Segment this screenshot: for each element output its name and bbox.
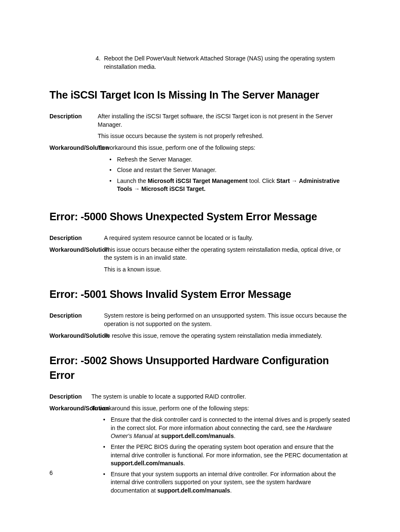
section-iscsi-icon: The iSCSI Target Icon Is Missing In The …	[49, 88, 351, 196]
description-value: A required system resource cannot be loc…	[104, 234, 351, 243]
text-bold: support.dell.com/manuals	[161, 433, 234, 439]
section-error-5000: Error: -5000 Shows Unexpected System Err…	[49, 209, 351, 274]
bullet-item: Close and restart the Server Manager.	[109, 166, 351, 175]
work-intro: To workaround this issue, perform one of…	[98, 144, 351, 152]
label-description: Description	[49, 112, 98, 121]
arrow-icon: →	[132, 185, 141, 192]
workaround-value: This issue occurs because either the ope…	[104, 246, 351, 274]
work-p1: This issue occurs because either the ope…	[104, 246, 351, 262]
workaround-value: To workaround this issue, perform one of…	[98, 144, 351, 196]
desc-p1: After installing the iSCSI Target softwa…	[98, 112, 351, 129]
heading: The iSCSI Target Icon Is Missing In The …	[49, 88, 351, 102]
heading: Error: -5000 Shows Unexpected System Err…	[49, 209, 351, 224]
text-part: Launch the	[117, 177, 148, 184]
bullet-item: Enter the PERC BIOS during the operating…	[103, 443, 351, 468]
text-part: .	[230, 487, 232, 494]
bullet-item: Launch the Microsoft iSCSI Target Manage…	[109, 177, 351, 193]
label-workaround: Workaround/Solution	[49, 404, 91, 413]
bullet-item: Refresh the Server Manager.	[109, 156, 351, 164]
bullet-list: Refresh the Server Manager. Close and re…	[98, 156, 351, 193]
label-workaround: Workaround/Solution	[49, 332, 104, 340]
step-number: 4.	[96, 55, 104, 71]
work-intro: To workaround this issue, perform one of…	[91, 404, 351, 413]
page-number: 6	[49, 469, 53, 477]
bullet-list: Ensure that the disk controller card is …	[91, 416, 351, 495]
description-value: System restore is being performed on an …	[104, 312, 351, 328]
step-text: Reboot the Dell PowerVault Network Attac…	[104, 55, 351, 71]
label-description: Description	[49, 234, 104, 243]
description-value: After installing the iSCSI Target softwa…	[98, 112, 351, 141]
description-value: The system is unable to locate a support…	[91, 393, 351, 401]
text-part: Enter the PERC BIOS during the operating…	[111, 443, 348, 459]
text-part: at	[153, 433, 161, 439]
text-bold: Microsoft iSCSI Target.	[141, 185, 205, 192]
desc-p2: This issue occurs because the system is …	[98, 132, 351, 141]
bullet-item: Ensure that the disk controller card is …	[103, 416, 351, 441]
text-bold: support.dell.com/manuals	[111, 460, 183, 467]
bullet-item: Ensure that your system supports an inte…	[103, 470, 351, 495]
text-bold: Microsoft iSCSI Target Management	[148, 177, 248, 184]
section-error-5002: Error: -5002 Shows Unsupported Hardware …	[49, 353, 351, 498]
heading: Error: -5001 Shows Invalid System Error …	[49, 287, 351, 302]
heading: Error: -5002 Shows Unsupported Hardware …	[49, 353, 351, 383]
text-part: .	[234, 433, 236, 439]
text-part: tool. Click	[248, 177, 276, 184]
work-p2: This is a known issue.	[104, 266, 351, 274]
arrow-icon: →	[290, 177, 299, 184]
label-workaround: Workaround/Solution	[49, 246, 104, 254]
label-description: Description	[49, 393, 91, 401]
label-workaround: Workaround/Solution	[49, 144, 98, 152]
section-error-5001: Error: -5001 Shows Invalid System Error …	[49, 287, 351, 340]
text-bold: support.dell.com/manuals	[157, 487, 230, 494]
step-4: 4. Reboot the Dell PowerVault Network At…	[96, 55, 351, 71]
text-part: .	[183, 460, 185, 467]
workaround-value: To resolve this issue, remove the operat…	[104, 332, 351, 340]
workaround-value: To workaround this issue, perform one of…	[91, 404, 351, 498]
text-bold: Start	[276, 177, 290, 184]
label-description: Description	[49, 312, 104, 320]
